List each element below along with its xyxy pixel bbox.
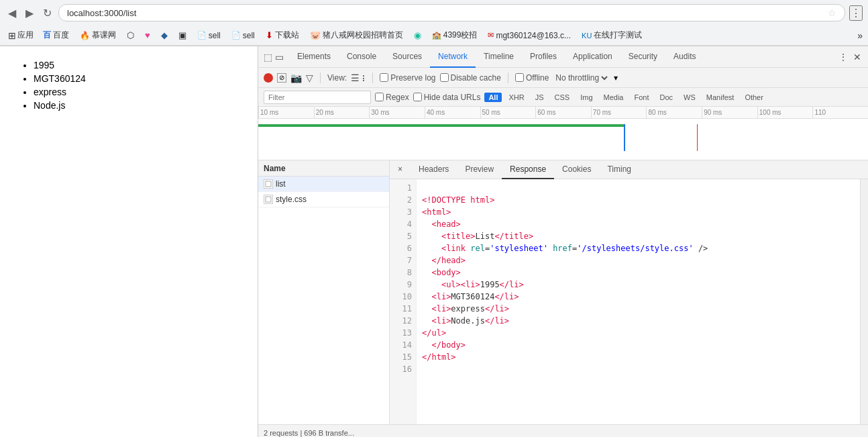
req-tab-response[interactable]: Response bbox=[502, 160, 554, 179]
tab-network[interactable]: Network bbox=[430, 46, 476, 68]
tab-application[interactable]: Application bbox=[565, 46, 620, 68]
filter-tag-img[interactable]: Img bbox=[576, 93, 596, 102]
status-bar: 2 requests | 696 B transfe... bbox=[258, 424, 868, 437]
tab-elements[interactable]: Elements bbox=[289, 46, 339, 68]
toolbar-separator bbox=[320, 72, 321, 83]
tick-50ms: 50 ms bbox=[480, 107, 536, 118]
filter-input[interactable] bbox=[264, 91, 371, 104]
filter-tag-manifest[interactable]: Manifest bbox=[702, 93, 739, 102]
filter-tag-font[interactable]: Font bbox=[630, 93, 653, 102]
list-item: express bbox=[34, 87, 237, 97]
apps-button[interactable]: ⊞ 应用 bbox=[5, 28, 36, 42]
bookmark-sell1[interactable]: 📄 sell bbox=[193, 30, 225, 42]
tick-70ms: 70 ms bbox=[591, 107, 647, 118]
request-tabs: × Headers Preview Response Cookies Timin… bbox=[390, 160, 868, 179]
view-waterfall-button[interactable]: ⫶ bbox=[361, 72, 366, 83]
view-label: View: bbox=[327, 73, 347, 83]
devtools-tabs: Elements Console Sources Network Timelin… bbox=[289, 46, 837, 68]
tick-60ms: 60 ms bbox=[535, 107, 591, 118]
file-name-css: style.css bbox=[276, 195, 307, 204]
tab-sources[interactable]: Sources bbox=[384, 46, 430, 68]
file-item-list[interactable]: list bbox=[258, 177, 389, 192]
file-item-css[interactable]: style.css bbox=[258, 192, 389, 207]
req-tab-headers[interactable]: Headers bbox=[411, 160, 457, 179]
timeline-green-bar bbox=[258, 124, 624, 127]
tick-110ms: 110 bbox=[812, 107, 868, 118]
bookmark-sell1-label: sell bbox=[209, 31, 221, 40]
devtools-more-button[interactable]: ⋮ bbox=[837, 50, 849, 64]
bookmark-sell2[interactable]: 📄 sell bbox=[227, 30, 259, 42]
filter-tag-css[interactable]: CSS bbox=[551, 93, 574, 102]
camera-button[interactable]: 📷 bbox=[290, 72, 302, 83]
bookmark-baidu[interactable]: 百 百度 bbox=[39, 28, 73, 42]
code-line-16 bbox=[422, 363, 855, 375]
bookmark-item6[interactable]: ▣ bbox=[174, 29, 191, 42]
filter-tag-media[interactable]: Media bbox=[600, 93, 628, 102]
bookmark-download[interactable]: ⬇ 下载站 bbox=[262, 28, 303, 42]
devtools-panel: ⬚ ▭ Elements Console Sources Network Tim… bbox=[258, 46, 868, 437]
bookmark-item5[interactable]: ◆ bbox=[157, 29, 172, 42]
bookmark-item4[interactable]: ♥ bbox=[141, 29, 154, 42]
bookmark-item11[interactable]: ◉ bbox=[410, 29, 425, 42]
forward-button[interactable]: ▶ bbox=[23, 5, 36, 21]
list-content: 1995 MGT360124 express Node.js bbox=[34, 60, 237, 111]
bookmark-baidu-label: 百度 bbox=[53, 30, 69, 41]
timeline-ruler: 10 ms 20 ms 30 ms 40 ms 50 ms 60 ms 70 m… bbox=[258, 107, 868, 119]
bookmark-typing[interactable]: KU 在线打字测试 bbox=[578, 28, 646, 42]
devtools-close-button[interactable]: ✕ bbox=[852, 50, 863, 64]
tab-console[interactable]: Console bbox=[339, 46, 384, 68]
nav-bar: ◀ ▶ ↻ localhost:3000/list ☆ ⋮ bbox=[0, 0, 868, 26]
preserve-log-checkbox[interactable]: Preserve log bbox=[380, 73, 435, 83]
disable-cache-checkbox[interactable]: Disable cache bbox=[440, 73, 501, 83]
back-button[interactable]: ◀ bbox=[5, 5, 19, 21]
bookmark-zhubajie[interactable]: 🐷 猪八戒网校园招聘首页 bbox=[306, 28, 407, 42]
throttle-select[interactable]: No throttling bbox=[553, 72, 610, 83]
list-item: Node.js bbox=[34, 100, 237, 111]
req-tab-close[interactable]: × bbox=[390, 160, 411, 179]
timeline-area: 10 ms 20 ms 30 ms 40 ms 50 ms 60 ms 70 m… bbox=[258, 107, 868, 160]
offline-checkbox[interactable]: Offline bbox=[515, 73, 549, 83]
browser-menu-button[interactable]: ⋮ bbox=[849, 5, 863, 21]
response-content: 12345 678910 1112131415 16 <!DOCTYPE htm… bbox=[390, 179, 868, 424]
req-tab-preview[interactable]: Preview bbox=[457, 160, 502, 179]
bookmark-mukewang[interactable]: 🔥 慕课网 bbox=[76, 28, 120, 42]
filter-tag-doc[interactable]: Doc bbox=[656, 93, 677, 102]
req-tab-cookies[interactable]: Cookies bbox=[554, 160, 599, 179]
filter-button[interactable]: ▽ bbox=[306, 72, 313, 83]
address-bar[interactable]: localhost:3000/list ☆ bbox=[58, 4, 845, 21]
throttle-arrow: ▾ bbox=[614, 73, 618, 83]
code-line-15: </html> bbox=[422, 351, 855, 363]
stop-button[interactable]: ⊘ bbox=[277, 73, 286, 83]
reload-button[interactable]: ↻ bbox=[40, 5, 54, 21]
file-list: Name list style.css bbox=[258, 160, 390, 424]
network-body: Name list style.css × H bbox=[258, 160, 868, 424]
tick-40ms: 40 ms bbox=[425, 107, 480, 118]
bookmark-github[interactable]: ⬡ bbox=[123, 29, 138, 42]
device-icon[interactable]: ▭ bbox=[275, 52, 284, 62]
view-list-button[interactable]: ☰ bbox=[351, 72, 360, 83]
bookmark-typing-label: 在线打字测试 bbox=[594, 30, 642, 41]
line-numbers: 12345 678910 1112131415 16 bbox=[390, 179, 417, 424]
tab-security[interactable]: Security bbox=[620, 46, 665, 68]
record-button[interactable] bbox=[264, 73, 273, 83]
code-line-1 bbox=[422, 182, 855, 194]
regex-checkbox[interactable]: Regex bbox=[375, 93, 409, 102]
bookmarks-bar: ⊞ 应用 百 百度 🔥 慕课网 ⬡ ♥ ◆ ▣ 📄 sell 📄 sell bbox=[0, 26, 868, 46]
bookmark-icon[interactable]: ☆ bbox=[828, 7, 836, 18]
tab-profiles[interactable]: Profiles bbox=[522, 46, 565, 68]
bookmark-email[interactable]: ✉ mgt360124@163.c... bbox=[484, 30, 575, 42]
filter-tag-other[interactable]: Other bbox=[741, 93, 767, 102]
filter-tag-ws[interactable]: WS bbox=[680, 93, 700, 102]
bookmarks-more-button[interactable]: » bbox=[857, 30, 863, 41]
filter-tag-all[interactable]: All bbox=[484, 93, 502, 102]
filter-tag-js[interactable]: JS bbox=[531, 93, 548, 102]
hide-data-urls-checkbox[interactable]: Hide data URLs bbox=[413, 93, 481, 102]
filter-tag-xhr[interactable]: XHR bbox=[504, 93, 528, 102]
bookmark-4399[interactable]: 🏫 4399校招 bbox=[428, 28, 482, 42]
req-tab-timing[interactable]: Timing bbox=[599, 160, 639, 179]
code-line-8: <body> bbox=[422, 266, 855, 279]
inspect-icon[interactable]: ⬚ bbox=[264, 52, 272, 62]
tab-audits[interactable]: Audits bbox=[665, 46, 704, 68]
scrollbar[interactable] bbox=[860, 179, 868, 424]
tab-timeline[interactable]: Timeline bbox=[476, 46, 522, 68]
